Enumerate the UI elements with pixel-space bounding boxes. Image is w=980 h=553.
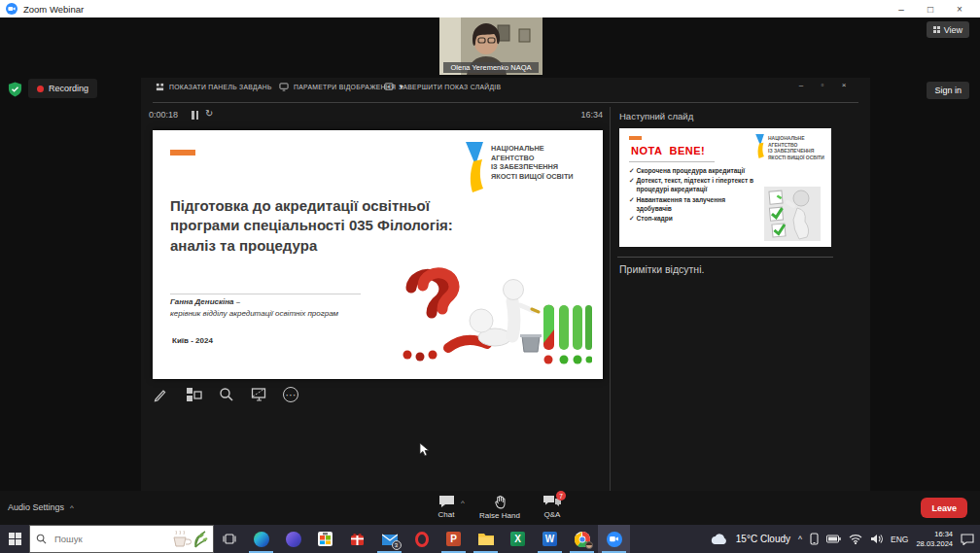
chrome-profile-avatar — [585, 541, 593, 549]
window-titlebar: Zoom Webinar – □ × — [0, 0, 980, 17]
bullet-item: ✓Скорочена процедура акредитації — [629, 167, 759, 176]
taskbar-word-icon[interactable]: W — [534, 525, 566, 553]
chat-icon — [438, 495, 455, 508]
minimize-button[interactable]: – — [887, 4, 916, 15]
end-slideshow-button[interactable]: ЗАВЕРШИТИ ПОКАЗ СЛАЙДІВ — [384, 83, 501, 91]
annotation-toolbar: ⋯ — [151, 385, 298, 404]
weather-text[interactable]: 15°C Cloudy — [736, 534, 790, 544]
weather-cloud-icon — [710, 534, 728, 545]
windows-logo-icon — [9, 533, 21, 545]
pen-tool-icon[interactable] — [151, 385, 170, 404]
view-button[interactable]: View — [927, 21, 969, 38]
presenter-minimize-button[interactable]: – — [794, 81, 808, 89]
phone-link-icon[interactable] — [810, 533, 819, 545]
taskbar-search[interactable] — [29, 525, 214, 553]
security-shield-icon[interactable] — [8, 82, 22, 97]
recording-label: Recording — [49, 84, 88, 93]
zoom-icon — [607, 532, 622, 547]
chat-label: Chat — [438, 510, 455, 519]
check-icon: ✓ — [629, 215, 635, 224]
taskbar-store-icon[interactable] — [309, 525, 341, 553]
powerpoint-icon: P — [446, 532, 461, 546]
taskbar-cortana-icon[interactable] — [277, 525, 309, 553]
slideshow-icon — [384, 83, 394, 91]
next-slide-thumbnail[interactable]: NOTA BENE! НАЦІОНАЛЬНЕ АГЕНТСТВО ІЗ ЗАБЕ… — [619, 128, 831, 247]
bullet-item: ✓Дотекст, текст, підтекст і гіпертекст в… — [629, 177, 759, 194]
bullet-text: Навантаження та залучення здобувачів — [637, 196, 759, 214]
raise-hand-button[interactable]: Raise Hand — [478, 495, 521, 520]
word-icon: W — [542, 532, 557, 546]
display-icon — [279, 83, 289, 91]
edge-icon — [254, 532, 269, 547]
bullet-text: Скорочена процедура акредитації — [637, 167, 746, 176]
taskbar-date: 28.03.2024 — [916, 539, 953, 548]
folder-icon — [478, 532, 494, 547]
thumbnail-accent-dash — [629, 136, 642, 140]
show-taskbar-label: ПОКАЗАТИ ПАНЕЛЬ ЗАВДАНЬ — [169, 84, 272, 90]
question-exclamation-illustration — [398, 255, 592, 366]
view-button-label: View — [944, 25, 962, 35]
speaker-name-label: Olena Yeremenko NAQA — [443, 62, 539, 73]
search-icon — [36, 534, 47, 544]
cortana-icon — [286, 532, 301, 547]
current-slide: НАЦІОНАЛЬНЕ АГЕНТСТВО ІЗ ЗАБЕЗПЕЧЕННЯ ЯК… — [153, 130, 603, 379]
taskbar-excel-icon[interactable]: X — [502, 525, 534, 553]
chrome-icon — [575, 532, 590, 547]
taskbar-zoom-icon[interactable] — [598, 525, 630, 553]
next-slide-heading: Наступний слайд — [619, 111, 693, 121]
pause-timer-icon[interactable] — [192, 111, 199, 120]
close-button[interactable]: × — [945, 4, 974, 15]
taskbar-edge-icon[interactable] — [245, 525, 277, 553]
naqa-logo-mini-text: НАЦІОНАЛЬНЕ АГЕНТСТВО ІЗ ЗАБЕЗПЕЧЕННЯ ЯК… — [768, 135, 824, 160]
search-doodle-icon — [166, 528, 209, 551]
start-button[interactable] — [0, 525, 29, 553]
sign-in-button[interactable]: Sign in — [927, 82, 969, 99]
zoom-app-icon — [6, 3, 18, 15]
slideshow-timer: 0:00:18 — [149, 110, 178, 120]
store-icon — [318, 532, 333, 547]
bullet-item: ✓Навантаження та залучення здобувачів — [629, 196, 759, 214]
taskbar-powerpoint-icon[interactable]: P — [438, 525, 470, 553]
taskbar-explorer-icon[interactable] — [470, 525, 502, 553]
taskbar-chrome-icon[interactable] — [566, 525, 598, 553]
show-hidden-icons[interactable]: ^ — [798, 535, 802, 544]
end-slideshow-label: ЗАВЕРШИТИ ПОКАЗ СЛАЙДІВ — [399, 84, 501, 90]
zoom-slide-icon[interactable] — [217, 385, 236, 404]
naqa-logo-icon — [464, 140, 487, 194]
presenter-close-button[interactable]: × — [837, 81, 851, 89]
search-input[interactable] — [52, 533, 150, 545]
taskbar-gift-app-icon[interactable] — [341, 525, 373, 553]
task-view-button[interactable] — [214, 525, 245, 553]
leave-label: Leave — [931, 503, 957, 513]
restart-timer-icon[interactable]: ↻ — [205, 108, 213, 119]
black-screen-icon[interactable] — [250, 385, 269, 404]
taskbar-opera-icon[interactable] — [405, 525, 438, 553]
panel-divider — [610, 107, 611, 496]
audio-settings-button[interactable]: Audio Settings ^ — [8, 502, 74, 512]
slide-navigator-icon[interactable] — [184, 385, 203, 404]
chat-caret-icon[interactable]: ^ — [461, 499, 465, 507]
qa-badge: 7 — [556, 491, 566, 501]
presenter-restore-button[interactable]: ▫ — [816, 81, 829, 89]
wifi-icon[interactable] — [849, 534, 862, 544]
speaker-icon[interactable] — [870, 534, 883, 544]
recording-indicator[interactable]: Recording — [28, 79, 97, 98]
battery-icon[interactable] — [826, 535, 841, 543]
excel-icon: X — [510, 532, 525, 546]
maximize-button[interactable]: □ — [916, 4, 945, 15]
qa-icon: 7 — [542, 495, 562, 508]
slide-author: Ганна Денискіна – — [170, 297, 240, 306]
qa-button[interactable]: 7 Q&A — [533, 495, 572, 519]
language-indicator[interactable]: ENG — [891, 535, 908, 544]
webinar-control-bar: Audio Settings ^ Chat ^ Raise Hand 7 Q&A… — [0, 491, 980, 525]
speaker-video-thumbnail[interactable]: Olena Yeremenko NAQA — [439, 17, 542, 75]
action-center-icon[interactable] — [961, 534, 974, 545]
next-slide-title: NOTA BENE! — [631, 145, 705, 156]
recording-dot-icon — [37, 86, 44, 92]
windows-taskbar: 3 P X W — [0, 525, 980, 553]
show-taskbar-button[interactable]: ПОКАЗАТИ ПАНЕЛЬ ЗАВДАНЬ — [156, 83, 272, 91]
taskbar-clock[interactable]: 16:34 28.03.2024 — [916, 530, 953, 548]
taskbar-mail-icon[interactable]: 3 — [373, 525, 405, 553]
leave-button[interactable]: Leave — [921, 498, 967, 518]
more-options-icon[interactable]: ⋯ — [283, 387, 298, 402]
